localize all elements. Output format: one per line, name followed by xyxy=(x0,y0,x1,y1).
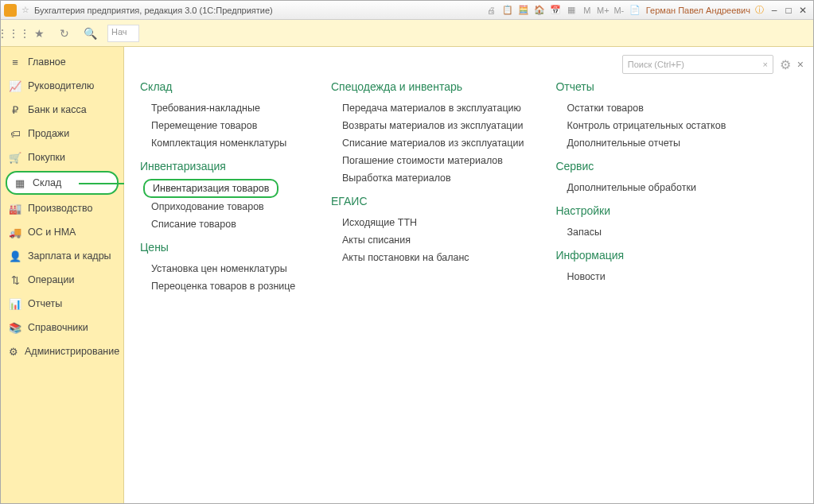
section-link[interactable]: Дополнительные обработки xyxy=(555,179,726,196)
section-link[interactable]: Выработка материалов xyxy=(331,169,524,187)
section-link[interactable]: Требования-накладные xyxy=(140,99,299,117)
star-icon[interactable]: ★ xyxy=(31,25,47,41)
sidebar-icon: 🚚 xyxy=(9,226,21,238)
sidebar-item-label: Банк и касса xyxy=(28,104,87,115)
sidebar-icon: ₽ xyxy=(9,103,21,116)
sidebar-item-4[interactable]: 🛒Покупки xyxy=(1,145,123,169)
sidebar-icon: 👤 xyxy=(9,250,21,262)
sidebar-item-8[interactable]: 👤Зарплата и кадры xyxy=(1,244,123,268)
settings-gear-icon[interactable]: ⚙ xyxy=(780,57,791,72)
sidebar-item-10[interactable]: 📊Отчеты xyxy=(1,292,123,316)
sidebar-item-label: Производство xyxy=(28,203,93,214)
sidebar-icon: 🏭 xyxy=(9,202,21,215)
maximize-button[interactable]: □ xyxy=(781,4,796,17)
panel-column: ОтчетыОстатки товаровКонтроль отрицатель… xyxy=(555,72,726,295)
grid-icon[interactable]: ▦ xyxy=(565,4,578,17)
mplus-icon[interactable]: M+ xyxy=(597,4,610,17)
section-title: Отчеты xyxy=(555,80,726,93)
sidebar-item-label: Зарплата и кадры xyxy=(28,250,111,262)
sidebar-item-label: Отчеты xyxy=(28,298,62,309)
section-link[interactable]: Остатки товаров xyxy=(555,99,726,117)
sidebar-item-9[interactable]: ⇅Операции xyxy=(1,268,123,292)
section-link[interactable]: Установка цен номенклатуры xyxy=(140,260,299,277)
print-icon[interactable]: 🖨 xyxy=(485,4,498,17)
sidebar-icon: ≡ xyxy=(9,56,21,68)
sidebar-item-7[interactable]: 🚚ОС и НМА xyxy=(1,220,123,244)
clear-search-icon[interactable]: × xyxy=(762,60,767,69)
copy-icon[interactable]: 📋 xyxy=(501,4,514,17)
section-title: Инвентаризация xyxy=(140,160,299,173)
user-name[interactable]: Герман Павел Андреевич xyxy=(646,6,750,15)
section-link[interactable]: Акты постановки на баланс xyxy=(331,249,524,266)
sidebar-item-11[interactable]: 📚Справочники xyxy=(1,316,123,339)
section-title: Склад xyxy=(140,80,299,93)
sidebar-item-label: Главное xyxy=(28,56,66,68)
section-title: ЕГАИС xyxy=(331,195,524,207)
search-icon[interactable]: 🔍 xyxy=(82,25,98,41)
section-link[interactable]: Дополнительные отчеты xyxy=(555,134,726,152)
navigation-sidebar: ≡Главное📈Руководителю₽Банк и касса🏷Прода… xyxy=(1,47,124,503)
section-link[interactable]: Новости xyxy=(555,268,726,285)
home-icon[interactable]: 🏠 xyxy=(533,4,546,17)
sidebar-item-3[interactable]: 🏷Продажи xyxy=(1,122,123,145)
sidebar-item-1[interactable]: 📈Руководителю xyxy=(1,74,123,98)
window-titlebar: ☆ Бухгалтерия предприятия, редакция 3.0 … xyxy=(1,1,813,20)
main-panel: Поиск (Ctrl+F) × ⚙ × СкладТребования-нак… xyxy=(124,47,813,503)
section-link[interactable]: Перемещение товаров xyxy=(140,117,299,134)
sidebar-item-6[interactable]: 🏭Производство xyxy=(1,196,123,220)
section-title: Спецодежда и инвентарь xyxy=(331,80,524,93)
apps-grid-icon[interactable]: ⋮⋮⋮ xyxy=(6,25,21,41)
sidebar-item-label: Операции xyxy=(28,274,74,285)
sidebar-item-label: Склад xyxy=(33,177,61,188)
section-link[interactable]: Исходящие ТТН xyxy=(331,214,524,231)
app-logo-icon xyxy=(4,4,17,17)
panel-column: Спецодежда и инвентарьПередача материало… xyxy=(331,72,524,295)
mminus-icon[interactable]: M- xyxy=(613,4,625,17)
calendar-icon[interactable]: 📅 xyxy=(549,4,562,17)
sidebar-icon: ⇅ xyxy=(9,273,21,286)
sidebar-item-2[interactable]: ₽Банк и касса xyxy=(1,98,123,122)
sidebar-item-0[interactable]: ≡Главное xyxy=(1,50,123,74)
section-link[interactable]: Оприходование товаров xyxy=(140,198,299,215)
section-link[interactable]: Акты списания xyxy=(331,231,524,249)
section-link[interactable]: Запасы xyxy=(555,223,726,241)
sidebar-icon: 🛒 xyxy=(9,151,21,164)
sidebar-item-label: ОС и НМА xyxy=(28,227,76,238)
section-link[interactable]: Передача материалов в эксплуатацию xyxy=(331,99,524,117)
section-link[interactable]: Списание материалов из эксплуатации xyxy=(331,134,524,152)
section-link[interactable]: Контроль отрицательных остатков xyxy=(555,117,726,134)
sidebar-item-5[interactable]: ▦Склад xyxy=(6,171,119,195)
section-link[interactable]: Возвраты материалов из эксплуатации xyxy=(331,117,524,134)
clipboard-icon[interactable]: 📄 xyxy=(629,4,641,17)
section-title: Информация xyxy=(555,249,726,262)
info-icon[interactable]: ⓘ xyxy=(755,4,764,16)
section-title: Сервис xyxy=(555,160,726,173)
section-title: Настройки xyxy=(555,204,726,217)
section-link[interactable]: Комплектация номенклатуры xyxy=(140,134,299,152)
sidebar-item-label: Администрирование xyxy=(25,346,119,357)
calc-icon[interactable]: 🧮 xyxy=(517,4,530,17)
search-placeholder: Поиск (Ctrl+F) xyxy=(628,60,684,69)
favorite-star-icon[interactable]: ☆ xyxy=(21,5,29,15)
minimize-button[interactable]: – xyxy=(767,4,781,17)
sidebar-icon: 📚 xyxy=(9,321,21,334)
window-title: Бухгалтерия предприятия, редакция 3.0 (1… xyxy=(34,6,273,15)
close-panel-icon[interactable]: × xyxy=(797,58,804,71)
panel-column: СкладТребования-накладныеПеремещение тов… xyxy=(140,72,299,295)
section-link[interactable]: Списание товаров xyxy=(140,215,299,233)
titlebar-tool-icons: 🖨 📋 🧮 🏠 📅 ▦ M M+ M- 📄 xyxy=(485,4,641,17)
section-link[interactable]: Инвентаризация товаров xyxy=(143,179,278,198)
section-title: Цены xyxy=(140,241,299,254)
sidebar-item-label: Справочники xyxy=(28,322,88,333)
sidebar-item-12[interactable]: ⚙Администрирование xyxy=(1,339,123,363)
sidebar-icon: 📊 xyxy=(9,297,21,310)
search-input[interactable]: Поиск (Ctrl+F) × xyxy=(622,55,773,74)
close-button[interactable]: ✕ xyxy=(796,4,810,17)
sidebar-item-label: Покупки xyxy=(28,152,65,163)
history-icon[interactable]: ↻ xyxy=(56,25,72,41)
start-page-hint[interactable]: Нач xyxy=(107,25,139,42)
section-link[interactable]: Переоценка товаров в рознице xyxy=(140,277,299,295)
section-link[interactable]: Погашение стоимости материалов xyxy=(331,152,524,169)
m-icon[interactable]: M xyxy=(581,4,594,17)
sidebar-item-label: Руководителю xyxy=(28,80,94,91)
